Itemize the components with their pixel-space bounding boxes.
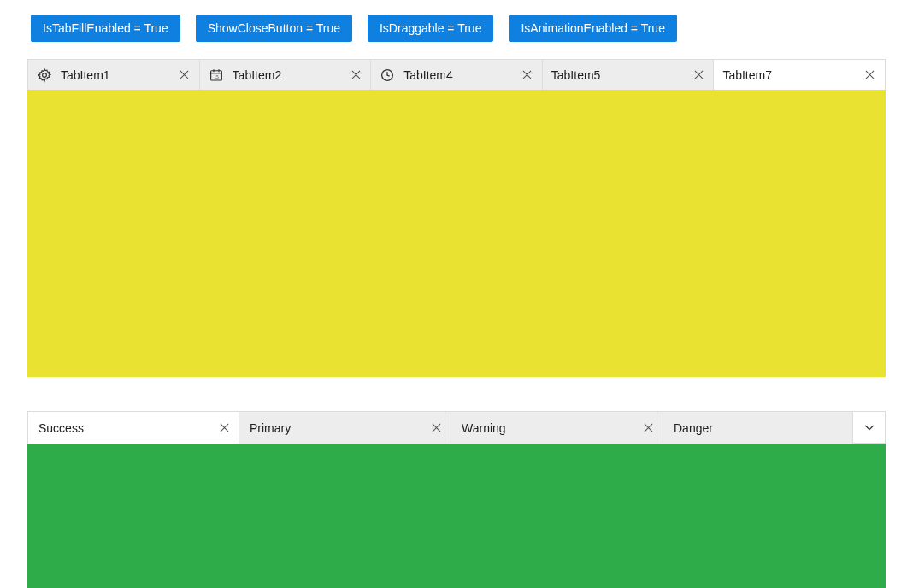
tab-control-1: TabItem1 15 TabItem2: [27, 59, 886, 377]
close-icon[interactable]: [640, 420, 656, 436]
tab-label: Primary: [250, 421, 428, 435]
clock-icon: [380, 68, 395, 83]
tab-danger[interactable]: Danger: [663, 411, 853, 444]
calendar-icon: 15: [209, 68, 224, 83]
isdraggable-button[interactable]: IsDraggable = True: [368, 15, 493, 42]
tab-item-7[interactable]: TabItem7: [714, 59, 886, 90]
tab-label: TabItem5: [551, 68, 692, 82]
tab-label: TabItem7: [722, 68, 863, 82]
property-button-row: IsTabFillEnabled = True ShowCloseButton …: [31, 15, 886, 42]
isanimation-button[interactable]: IsAnimationEnabled = True: [509, 15, 677, 42]
tab-label: TabItem4: [403, 68, 520, 82]
tab-item-1[interactable]: TabItem1: [27, 59, 200, 90]
close-icon[interactable]: [348, 68, 363, 83]
close-icon[interactable]: [428, 420, 444, 436]
tab-overflow-button[interactable]: [853, 411, 886, 444]
tab-label: TabItem2: [233, 68, 349, 82]
tab-label: Danger: [674, 421, 845, 435]
showclose-button[interactable]: ShowCloseButton = True: [196, 15, 352, 42]
tab-item-5[interactable]: TabItem5: [543, 59, 715, 90]
tab-strip-2: Success Primary Warning Danger: [27, 411, 886, 444]
close-icon[interactable]: [216, 420, 232, 436]
tab-content-2: [27, 444, 886, 588]
tab-label: Success: [38, 421, 216, 435]
close-icon[interactable]: [863, 68, 878, 83]
tab-strip-1: TabItem1 15 TabItem2: [27, 59, 886, 90]
close-icon[interactable]: [177, 68, 192, 83]
tab-item-2[interactable]: 15 TabItem2: [200, 59, 372, 90]
svg-text:15: 15: [214, 74, 219, 79]
tab-content-1: [27, 90, 886, 377]
svg-point-0: [43, 73, 47, 77]
istabfill-button[interactable]: IsTabFillEnabled = True: [31, 15, 180, 42]
tab-label: TabItem1: [61, 68, 177, 82]
tab-primary[interactable]: Primary: [239, 411, 451, 444]
tab-item-4[interactable]: TabItem4: [371, 59, 543, 90]
tab-success[interactable]: Success: [27, 411, 239, 444]
close-icon[interactable]: [691, 68, 706, 83]
chevron-down-icon: [863, 420, 876, 434]
gear-icon: [37, 68, 52, 83]
tab-label: Warning: [462, 421, 640, 435]
tab-warning[interactable]: Warning: [451, 411, 663, 444]
tab-control-2: Success Primary Warning Danger: [27, 411, 886, 588]
close-icon[interactable]: [520, 68, 535, 83]
